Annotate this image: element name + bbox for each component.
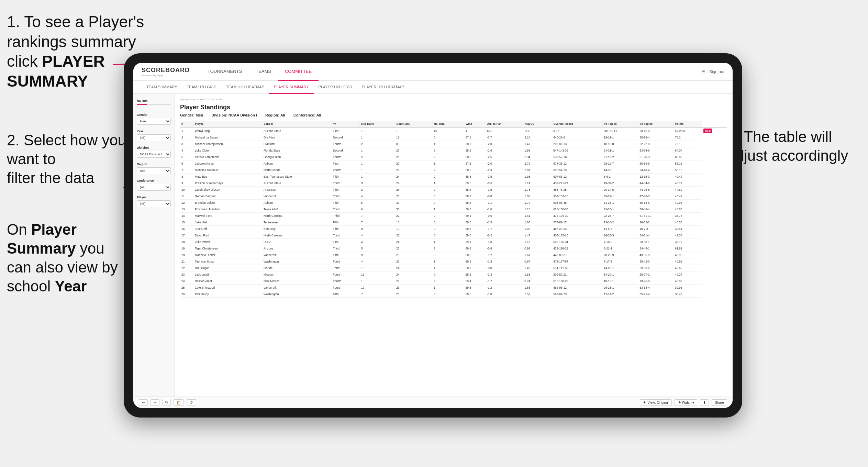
col-vs-top-25: Vs Top 25 <box>602 121 638 127</box>
app-header: SCOREBOARD Powered by clippi TOURNAMENTS… <box>133 63 733 81</box>
table-cell: Fourth <box>332 285 360 291</box>
table-cell: 1 <box>360 278 395 285</box>
table-cell: 23 <box>395 245 432 252</box>
table-cell: 32.54 <box>674 226 702 232</box>
time-button[interactable]: ⏱ <box>187 399 196 406</box>
filter-select-year[interactable]: (All) First Second Third Fourth Fifth <box>137 134 171 141</box>
table-cell: 1 <box>432 206 464 213</box>
table-cell: 20-25-9 <box>602 252 638 258</box>
table-cell: 63-54-6 <box>638 147 674 154</box>
table-row: 26Petr HrubyWashingtonFifth725068.6-1.81… <box>180 291 727 298</box>
table-row: 21Taehoon SongWashingtonFourth423169.1-1… <box>180 258 727 265</box>
table-cell: 24-10-4 <box>638 167 674 174</box>
sign-out-link[interactable]: Sign out <box>709 69 724 74</box>
table-cell: 0 <box>432 200 464 206</box>
table-cell: 28-30-1 <box>638 239 674 245</box>
filter-label-no-rds: No Rds. <box>137 99 171 103</box>
table-cell: Wenyi Ding <box>193 127 262 134</box>
table-cell: Cole Sherwood <box>193 285 262 291</box>
filter-select-gender[interactable]: Men Women <box>137 118 171 125</box>
filter-select-player[interactable]: (All) <box>137 200 171 207</box>
paste-button[interactable]: 📋 <box>174 399 184 406</box>
sub-tab-player-h2h-heatmap[interactable]: PLAYER H2H HEATMAP <box>357 81 409 94</box>
table-cell: Tennessee <box>262 219 332 226</box>
table-cell: -3.2 <box>523 127 552 134</box>
table-cell: Fourth <box>332 141 360 147</box>
table-cell: 8 <box>180 174 193 180</box>
table-cell: 43.49 <box>674 193 702 200</box>
table-cell: 23 <box>395 258 432 265</box>
table-cell: Fifth <box>332 291 360 298</box>
table-cell: 1 <box>432 180 464 187</box>
table-cell: 25-42-3 <box>638 258 674 265</box>
table-cell: 2.34 <box>523 154 552 160</box>
table-cell: 40.98 <box>674 252 702 258</box>
filter-group-region: Region N/A All <box>137 163 171 174</box>
col-vs-top-50: Vs Top 50 <box>638 121 674 127</box>
table-cell: 21 <box>395 232 432 239</box>
table-cell: -0.2 <box>486 232 523 239</box>
table-cell: 547-142-38 <box>552 147 602 154</box>
table-cell: Texas A&M <box>262 206 332 213</box>
table-cell: 607-63-12 <box>552 174 602 180</box>
table-cell: 0 <box>432 213 464 219</box>
table-cell: Taehoon Song <box>193 258 262 265</box>
table-cell: 6-6-1 <box>602 174 638 180</box>
table-cell: 1 <box>360 127 395 134</box>
watch-button[interactable]: 👁 Watch ▾ <box>675 399 698 406</box>
col-avg-sg: Avg SG <box>523 121 552 127</box>
table-cell: 1 <box>432 160 464 167</box>
sub-tab-player-summary[interactable]: PLAYER SUMMARY <box>269 81 314 94</box>
table-cell: East Tennessee State <box>262 174 332 180</box>
sub-tab-team-h2h-heatmap[interactable]: TEAM H2H HEATMAP <box>221 81 269 94</box>
table-cell: 5 <box>360 245 395 252</box>
table-cell: Matthew Riedel <box>193 252 262 258</box>
table-cell: 49.42 <box>674 174 702 180</box>
col-rank: # <box>180 121 193 127</box>
table-cell: 1.79 <box>523 200 552 206</box>
nav-tab-tournaments[interactable]: TOURNAMENTS <box>201 63 249 81</box>
sub-tab-team-h2h-grid[interactable]: TEAM H2H GRID <box>182 81 221 94</box>
nav-tabs: TOURNAMENTS TEAMS COMMITTEE <box>201 63 701 81</box>
copy-button[interactable]: ⧉ <box>162 399 171 406</box>
export-button[interactable]: ⬇ <box>700 399 709 406</box>
table-cell: 26 <box>180 291 193 298</box>
table-cell: 387-133-16 <box>552 193 602 200</box>
nav-tab-committee[interactable]: COMMITTEE <box>278 63 319 81</box>
table-cell: -1.8 <box>486 291 523 298</box>
filter-select-region[interactable]: N/A All <box>137 167 171 174</box>
table-cell: -2.7 <box>486 134 523 141</box>
nav-tab-teams[interactable]: TEAMS <box>249 63 278 81</box>
filter-select-division[interactable]: NCAA Division I NCAA Division II <box>137 151 171 158</box>
table-cell: 67.1 <box>486 127 523 134</box>
table-cell: 57-23-0 <box>674 127 702 134</box>
undo-button[interactable]: ↩ <box>139 399 148 406</box>
col-yr: Yr <box>332 121 360 127</box>
table-cell: 500-155-31 <box>552 239 602 245</box>
share-button[interactable]: Share <box>712 399 727 406</box>
table-cell: 22-28-7 <box>602 213 638 219</box>
table-cell: 2 <box>432 147 464 154</box>
table-cell: 1.13 <box>523 239 552 245</box>
table-cell: 16 <box>180 226 193 232</box>
table-cell: First <box>332 239 360 245</box>
table-cell: 25 <box>395 291 432 298</box>
table-cell: 1 <box>395 127 432 134</box>
table-cell: 1 <box>360 174 395 180</box>
sub-tab-player-h2h-grid[interactable]: PLAYER H2H GRID <box>314 81 357 94</box>
table-cell: 1 <box>432 258 464 265</box>
table-cell: 27 <box>395 278 432 285</box>
table-header-row: # Player School Yr Reg Rank Conf Rank No… <box>180 121 727 127</box>
table-row: 15Jake HallTennesseeFifth718068.5-1.51.6… <box>180 219 727 226</box>
table-cell: 54-51-4 <box>638 232 674 239</box>
filter-select-conference[interactable]: (All) <box>137 184 171 191</box>
table-cell: Missouri <box>262 271 332 278</box>
sub-tab-team-summary[interactable]: TEAM SUMMARY <box>142 81 182 94</box>
table-header-section: Update time: 27/03/2024 16:56:26 Player … <box>180 98 727 117</box>
table-cell: Washington <box>262 291 332 298</box>
table-cell: Vanderbilt <box>262 193 332 200</box>
redo-button[interactable]: ↪ <box>151 399 159 406</box>
table-row: 4Luke ClatonFlorida StateSecond127268.2-… <box>180 147 727 154</box>
table-cell: 2 <box>432 167 464 174</box>
view-original-button[interactable]: 👁 View: Original <box>640 399 671 406</box>
